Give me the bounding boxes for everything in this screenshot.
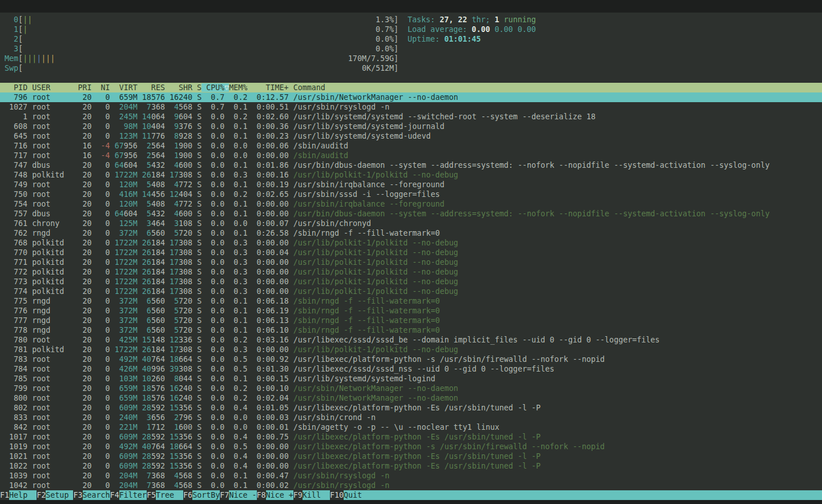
column-header-pri[interactable]: PRI: [78, 83, 91, 92]
column-header-virt[interactable]: VIRT: [110, 83, 138, 92]
mem-value: 5: [147, 200, 151, 208]
process-row[interactable]: 833 root 20 0 240M 3656 2796 S 0.0 0.0 0…: [0, 413, 822, 422]
process-row[interactable]: 802 root 20 0 609M 28592 15356 S 0.0 0.4…: [0, 403, 822, 413]
process-row[interactable]: 783 root 20 0 492M 40764 18664 S 0.0 0.5…: [0, 354, 822, 364]
process-row[interactable]: 1 root 20 0 245M 14064 9604 S 0.0 0.2 0:…: [0, 112, 822, 122]
mem-value: [138, 142, 147, 150]
mem-value: 1722M: [115, 239, 138, 247]
process-row[interactable]: 774 polkitd 20 0 1722M 26184 17308 S 0.0…: [0, 287, 822, 296]
process-row[interactable]: 1042 root 20 0 204M 7368 4568 S 0.0 0.1 …: [0, 481, 822, 490]
mem-percent-cell: 0.5: [229, 365, 247, 373]
fkey-f2-setup[interactable]: F2Setup: [37, 490, 73, 500]
column-header-cpu[interactable]: CPU%: [202, 83, 224, 92]
fkey-f3-search[interactable]: F3Search: [73, 490, 110, 500]
process-row[interactable]: 1039 root 20 0 204M 7368 4568 S 0.0 0.1 …: [0, 471, 822, 481]
mem-value: 240: [179, 394, 192, 402]
fkey-f10-quit[interactable]: F10Quit: [330, 490, 822, 500]
fkey-f1-help[interactable]: F1Help: [0, 490, 37, 500]
mem-value: 659M: [119, 384, 138, 393]
process-row[interactable]: 762 rngd 20 0 372M 6560 5720 S 0.0 0.1 0…: [0, 228, 822, 238]
process-row[interactable]: 773 polkitd 20 0 1722M 26184 17308 S 0.0…: [0, 277, 822, 287]
process-row[interactable]: 761 chrony 20 0 125M 3464 3108 S 0.0 0.0…: [0, 219, 822, 228]
mem-value: 568: [179, 481, 192, 490]
process-row[interactable]: 777 rngd 20 0 372M 6560 5720 S 0.0 0.1 0…: [0, 316, 822, 325]
fkey-f6-sortby[interactable]: F6SortBy: [183, 490, 220, 500]
column-header-user[interactable]: USER: [32, 83, 73, 92]
nice-cell: 0: [92, 93, 110, 102]
process-row[interactable]: 645 root 20 0 123M 11776 8928 S 0.0 0.1 …: [0, 131, 822, 141]
mem-value: [138, 481, 147, 490]
pid-cell: 1039: [0, 471, 32, 480]
pid-cell: 785: [0, 374, 32, 383]
pid-cell: 796: [0, 93, 32, 102]
user-cell: rngd: [32, 326, 78, 334]
process-row[interactable]: 775 rngd 20 0 372M 6560 5720 S 0.0 0.1 0…: [0, 296, 822, 306]
mem-value: 956: [124, 151, 138, 160]
process-row[interactable]: 785 root 20 0 103M 10260 8044 S 0.0 0.1 …: [0, 374, 822, 384]
process-row[interactable]: 781 polkitd 20 0 1722M 26184 17308 S 0.0…: [0, 345, 822, 354]
process-row[interactable]: 784 root 20 0 426M 40996 39308 S 0.0 0.5…: [0, 364, 822, 374]
column-header-pid[interactable]: PID: [5, 83, 27, 92]
mem-value: 184: [151, 277, 165, 286]
process-row[interactable]: 750 root 20 0 416M 14456 12404 S 0.0 0.2…: [0, 189, 822, 199]
column-header-ni[interactable]: NI: [92, 83, 110, 92]
fkey-f5-tree[interactable]: F5Tree: [147, 490, 183, 500]
process-row[interactable]: 1027 root 20 0 204M 7368 4568 S 0.7 0.1 …: [0, 102, 822, 112]
process-row[interactable]: 768 polkitd 20 0 1722M 26184 17308 S 0.0…: [0, 238, 822, 248]
mem-percent-cell: 0.1: [229, 481, 247, 490]
mem-percent-cell: 0.5: [229, 355, 247, 364]
mem-value: [165, 462, 170, 470]
process-row[interactable]: 754 root 20 0 120M 5408 4772 S 0.0 0.1 0…: [0, 199, 822, 209]
process-row[interactable]: 776 rngd 20 0 372M 6560 5720 S 0.0 0.1 0…: [0, 306, 822, 316]
spacer-line: [0, 73, 822, 83]
process-row[interactable]: 800 root 20 0 659M 18576 16240 S 0.0 0.2…: [0, 393, 822, 403]
process-row[interactable]: 778 rngd 20 0 372M 6560 5720 S 0.0 0.1 0…: [0, 325, 822, 335]
process-row[interactable]: 796 root 20 0 659M 18576 16240 S 0.7 0.2…: [0, 92, 822, 102]
mem-value: [110, 365, 119, 373]
tasks-summary: Tasks: 27, 22 thr; 1 running: [408, 15, 536, 25]
cpu-percent-cell: 0.0: [202, 190, 224, 199]
command-cell: /usr/libexec/platform-python -Es /usr/sb…: [293, 433, 541, 441]
process-row[interactable]: 771 polkitd 20 0 1722M 26184 17308 S 0.0…: [0, 257, 822, 267]
mem-percent-cell: 0.3: [229, 287, 247, 296]
state-cell: S: [192, 171, 202, 179]
fkey-f9-kill[interactable]: F9Kill: [293, 490, 330, 500]
column-header-command[interactable]: Command: [293, 83, 325, 92]
process-row[interactable]: 1021 root 20 0 609M 28592 15356 S 0.0 0.…: [0, 451, 822, 461]
fkey-f8-nice[interactable]: F8Nice +: [257, 490, 293, 500]
fkey-f4-filter[interactable]: F4Filter: [110, 490, 147, 500]
command-cell: /usr/lib/polkit-1/polkitd --no-debug: [293, 258, 458, 267]
column-header-mem[interactable]: MEM%: [229, 83, 247, 92]
meter-value: 170M/7.59G: [348, 54, 394, 63]
fkey-f7-nice[interactable]: F7Nice -: [220, 490, 256, 500]
process-row[interactable]: 717 root 16 -4 67956 2564 1900 S 0.0 0.0…: [0, 151, 822, 160]
mem-value: 368: [151, 471, 165, 480]
cpu-percent-cell: 0.0: [202, 268, 224, 276]
column-header-shr[interactable]: SHR: [165, 83, 192, 92]
meter-bar: |: [27, 54, 32, 63]
mem-value: [165, 258, 170, 267]
column-header-res[interactable]: RES: [138, 83, 165, 92]
process-row[interactable]: 780 root 20 0 425M 15148 12336 S 0.0 0.2…: [0, 335, 822, 345]
meter-bracket-close: ]: [394, 15, 398, 24]
process-row[interactable]: 757 dbus 20 0 64604 5432 4600 S 0.0 0.1 …: [0, 209, 822, 219]
process-row[interactable]: 842 root 20 0 221M 1712 1600 S 0.0 0.0 0…: [0, 422, 822, 432]
process-row[interactable]: 770 polkitd 20 0 1722M 26184 17308 S 0.0…: [0, 248, 822, 257]
process-row[interactable]: 748 polkitd 20 0 1722M 26184 17308 S 0.0…: [0, 170, 822, 180]
process-row[interactable]: 1017 root 20 0 609M 28592 15356 S 0.0 0.…: [0, 432, 822, 442]
column-header-s[interactable]: S: [192, 83, 202, 92]
process-row[interactable]: 749 root 20 0 120M 5408 4772 S 0.0 0.1 0…: [0, 180, 822, 189]
mem-value: 123M: [119, 132, 138, 140]
process-row[interactable]: 716 root 16 -4 67956 2564 1900 S 0.0 0.0…: [0, 141, 822, 151]
column-header-time[interactable]: TIME+: [247, 83, 288, 92]
mem-value: 240: [179, 93, 192, 102]
meter-bracket-open: [: [18, 64, 23, 72]
pid-cell: 1042: [0, 481, 32, 490]
process-row[interactable]: 608 root 20 0 98M 10404 9376 S 0.0 0.1 0…: [0, 122, 822, 131]
process-row[interactable]: 772 polkitd 20 0 1722M 26184 17308 S 0.0…: [0, 267, 822, 277]
process-row[interactable]: 1022 root 20 0 609M 28592 15356 S 0.0 0.…: [0, 461, 822, 471]
process-row[interactable]: 1019 root 20 0 492M 40764 18664 S 0.0 0.…: [0, 442, 822, 451]
process-row[interactable]: 799 root 20 0 659M 18576 16240 S 0.0 0.2…: [0, 384, 822, 393]
process-row[interactable]: 747 dbus 20 0 64604 5432 4600 S 0.0 0.1 …: [0, 160, 822, 170]
pid-cell: 645: [0, 132, 32, 140]
